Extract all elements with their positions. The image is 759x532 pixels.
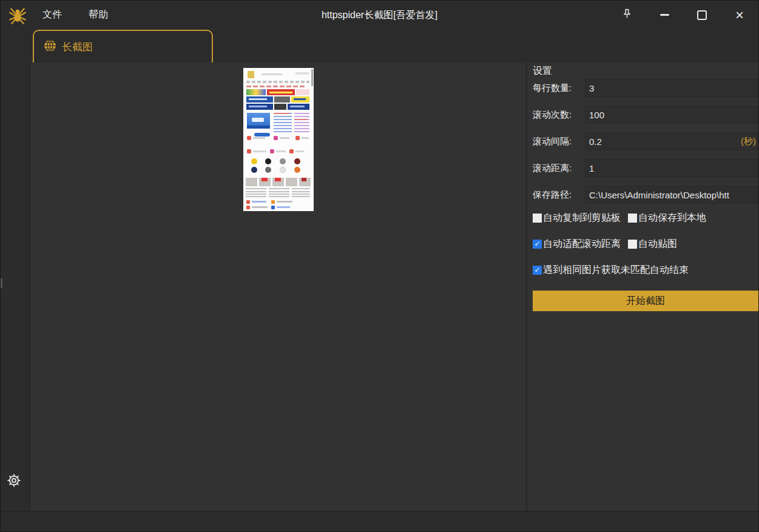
scroll-distance-label: 滚动距离: — [533, 163, 585, 174]
field-row-scroll-interval: 滚动间隔: (秒) — [533, 132, 758, 150]
checkbox-icon — [533, 266, 542, 275]
spider-app-icon — [8, 6, 27, 24]
checkbox-label: 自动复制到剪贴板 — [543, 212, 621, 224]
globe-icon — [44, 39, 56, 55]
checkbox-auto-paste-image[interactable]: 自动贴图 — [628, 238, 677, 251]
checkbox-label: 自动保存到本地 — [638, 212, 706, 224]
checkbox-label: 自动适配滚动距离 — [543, 238, 621, 251]
pin-button[interactable] — [608, 1, 646, 29]
settings-gear-button[interactable] — [7, 473, 21, 490]
pin-icon — [622, 8, 632, 21]
window-title: httpspider长截图[吾爱首发] — [322, 8, 437, 21]
webpage-screenshot-thumbnail[interactable] — [243, 68, 314, 211]
menu-bar: 文件 帮助 — [42, 8, 108, 21]
save-path-label: 保存路径: — [533, 189, 585, 201]
menu-help[interactable]: 帮助 — [89, 8, 108, 21]
menu-file[interactable]: 文件 — [42, 8, 62, 21]
field-row-scroll-distance: 滚动距离: — [533, 159, 758, 177]
left-sidebar — [1, 62, 30, 511]
checkbox-stop-on-duplicate-image[interactable]: 遇到相同图片获取未匹配自动结束 — [533, 264, 689, 277]
maximize-button[interactable] — [683, 1, 721, 29]
checkbox-icon — [628, 214, 637, 223]
checkbox-icon — [628, 240, 637, 249]
minimize-icon — [660, 14, 669, 16]
checkbox-icon — [533, 214, 542, 223]
checkbox-auto-save-local[interactable]: 自动保存到本地 — [628, 212, 706, 224]
app-window: 文件 帮助 httpspider长截图[吾爱首发] — [0, 0, 759, 532]
minimize-button[interactable] — [646, 1, 683, 29]
field-row-scroll-count: 滚动次数: — [533, 106, 758, 124]
tab-long-screenshot[interactable]: 长截图 — [33, 30, 213, 62]
tab-bar: 长截图 — [1, 29, 758, 62]
left-edge-scroll-mark — [1, 278, 2, 288]
title-bar: 文件 帮助 httpspider长截图[吾爱首发] — [1, 1, 758, 29]
field-row-save-path: 保存路径: — [533, 186, 758, 204]
scroll-interval-input[interactable] — [585, 132, 758, 150]
tab-label: 长截图 — [62, 40, 93, 54]
per-line-count-input[interactable] — [585, 79, 758, 97]
checkbox-label: 自动贴图 — [638, 238, 677, 251]
scroll-interval-unit-label: (秒) — [741, 136, 756, 147]
start-capture-button[interactable]: 开始截图 — [533, 291, 758, 311]
scroll-distance-input[interactable] — [585, 159, 758, 177]
field-row-per-line-count: 每行数量: — [533, 79, 758, 97]
per-line-count-label: 每行数量: — [533, 82, 585, 94]
settings-header: 设置 — [533, 65, 758, 79]
checkbox-row-2: 自动适配滚动距离 自动贴图 — [533, 238, 758, 249]
capture-preview-area — [30, 62, 526, 511]
settings-panel: 设置 每行数量: 滚动次数: 滚动间隔: (秒) 滚动距离: 保存路径: — [526, 62, 758, 511]
window-controls: × — [608, 1, 758, 29]
save-path-input[interactable] — [585, 186, 758, 204]
checkbox-row-1: 自动复制到剪贴板 自动保存到本地 — [533, 212, 758, 223]
checkbox-row-3: 遇到相同图片获取未匹配自动结束 — [533, 264, 758, 275]
scroll-count-input[interactable] — [585, 106, 758, 124]
checkbox-auto-fit-scroll-distance[interactable]: 自动适配滚动距离 — [533, 238, 621, 251]
maximize-icon — [697, 10, 707, 20]
scroll-count-label: 滚动次数: — [533, 109, 585, 121]
checkbox-icon — [533, 240, 542, 249]
checkbox-label: 遇到相同图片获取未匹配自动结束 — [543, 264, 689, 277]
status-bar — [1, 511, 758, 531]
close-button[interactable]: × — [721, 1, 758, 29]
close-icon: × — [735, 8, 744, 22]
scroll-interval-label: 滚动间隔: — [533, 136, 585, 147]
body: 设置 每行数量: 滚动次数: 滚动间隔: (秒) 滚动距离: 保存路径: — [1, 62, 758, 511]
checkbox-auto-copy-clipboard[interactable]: 自动复制到剪贴板 — [533, 212, 621, 224]
